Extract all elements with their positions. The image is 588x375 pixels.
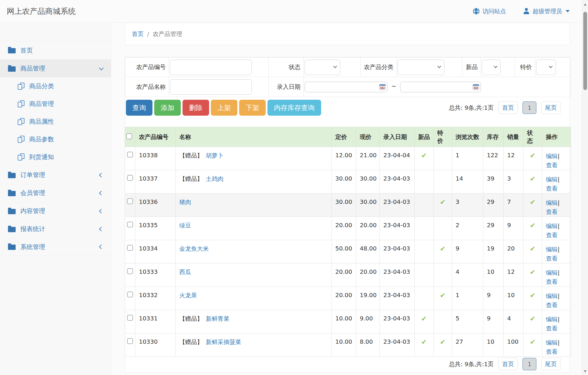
toolbar-button-内存库存查询[interactable]: 内存库存查询: [267, 100, 321, 116]
views-cell: 1: [452, 287, 483, 310]
pagination-first-button[interactable]: 首页: [498, 101, 518, 114]
stock-cell: 29: [483, 217, 504, 240]
user-icon: [523, 8, 530, 14]
scrollbar-thumb[interactable]: [583, 12, 587, 90]
product-name-link[interactable]: 新鲜青菜: [206, 315, 229, 322]
view-link[interactable]: 查看: [546, 162, 558, 169]
view-link[interactable]: 查看: [546, 348, 558, 355]
pagination-page-button[interactable]: 1: [523, 358, 536, 370]
scrollbar-down-icon[interactable]: ▼: [582, 369, 588, 373]
edit-link[interactable]: 编辑: [546, 246, 558, 253]
views-cell: 1: [452, 147, 483, 170]
visit-site-link[interactable]: 访问站点: [473, 7, 506, 15]
view-link[interactable]: 查看: [546, 325, 558, 332]
product-name-link[interactable]: 火龙果: [179, 292, 197, 299]
new-select[interactable]: [482, 60, 501, 75]
breadcrumb-home-link[interactable]: 首页: [132, 30, 144, 38]
check-icon: ✔: [530, 315, 536, 322]
product-name-link[interactable]: 胡萝卜: [206, 152, 224, 159]
row-checkbox[interactable]: [127, 315, 133, 321]
product-id-input[interactable]: [170, 60, 252, 75]
action-line: 查看: [546, 301, 567, 310]
product-name-link[interactable]: 新鲜采摘菠菜: [206, 338, 241, 345]
vertical-scrollbar[interactable]: ▲ ▼: [582, 0, 588, 375]
row-checkbox[interactable]: [127, 245, 133, 251]
pagination-last-button[interactable]: 尾页: [541, 101, 561, 114]
product-name-link[interactable]: 绿豆: [179, 222, 191, 229]
toolbar-button-删除[interactable]: 删除: [183, 100, 209, 116]
pagination-page-button[interactable]: 1: [523, 101, 536, 114]
entry-date-end-input[interactable]: [400, 82, 481, 92]
edit-link[interactable]: 编辑: [546, 292, 558, 299]
edit-link[interactable]: 编辑: [546, 199, 558, 206]
row-checkbox[interactable]: [127, 338, 133, 344]
scrollbar-up-icon[interactable]: ▲: [582, 2, 588, 6]
sidebar-item-会员管理[interactable]: 会员管理: [0, 184, 111, 202]
action-line: 查看: [546, 207, 567, 217]
sidebar-item-首页[interactable]: 首页: [0, 41, 111, 59]
edit-link[interactable]: 编辑: [546, 176, 558, 183]
sidebar-item-订单管理[interactable]: 订单管理: [0, 166, 111, 184]
pagination-first-button[interactable]: 首页: [498, 358, 518, 370]
sidebar-item-商品管理[interactable]: 商品管理: [0, 59, 111, 77]
chevron-left-icon: [99, 191, 104, 195]
sidebar-subitem-商品参数[interactable]: 商品参数: [0, 130, 111, 148]
sidebar-item-报表统计[interactable]: 报表统计: [0, 220, 111, 238]
row-checkbox[interactable]: [127, 292, 133, 297]
toolbar-button-查询[interactable]: 查询: [126, 100, 152, 116]
action-line: 查看: [546, 231, 567, 240]
toolbar-button-下架[interactable]: 下架: [239, 100, 266, 116]
select-all-checkbox[interactable]: [126, 133, 132, 139]
entry-date-cell: 23-04-03: [380, 287, 415, 310]
check-icon: ✔: [530, 152, 536, 159]
filter-form: 农产品编号 状态 农产品分类 新品 特价: [125, 57, 571, 97]
product-name-cell: 【赠品】新鲜采摘菠菜: [176, 333, 332, 357]
category-select[interactable]: [398, 60, 444, 75]
calendar-icon[interactable]: [473, 84, 479, 90]
row-checkbox[interactable]: [127, 152, 133, 158]
entry-date-start-input[interactable]: [305, 82, 387, 92]
view-link[interactable]: 查看: [546, 185, 558, 192]
view-link[interactable]: 查看: [546, 302, 558, 309]
check-icon: ✔: [440, 245, 446, 253]
product-name-link[interactable]: 金龙鱼大米: [179, 245, 209, 252]
view-link[interactable]: 查看: [546, 255, 558, 262]
special-select[interactable]: [536, 60, 556, 75]
edit-link[interactable]: 编辑: [546, 269, 558, 276]
row-checkbox[interactable]: [127, 175, 133, 181]
row-checkbox[interactable]: [127, 268, 133, 274]
product-name-link[interactable]: 土鸡肉: [206, 175, 224, 182]
view-link[interactable]: 查看: [546, 208, 558, 215]
view-link[interactable]: 查看: [546, 278, 558, 285]
edit-link[interactable]: 编辑: [546, 339, 558, 346]
action-line: 查看: [546, 324, 567, 333]
user-menu[interactable]: 超级管理员: [523, 7, 570, 15]
sidebar-subitem-商品分类[interactable]: 商品分类: [0, 77, 111, 95]
sidebar-subitem-商品属性[interactable]: 商品属性: [0, 113, 111, 130]
special-flag-cell: ✔: [434, 287, 452, 310]
pagination-last-button[interactable]: 尾页: [541, 358, 561, 370]
product-name-link[interactable]: 西瓜: [179, 268, 191, 276]
product-name-link[interactable]: 猪肉: [179, 199, 191, 206]
sidebar-subitem-商品管理[interactable]: 商品管理: [0, 95, 111, 113]
sidebar-subitem-到货通知[interactable]: 到货通知: [0, 148, 111, 166]
row-checkbox[interactable]: [127, 222, 133, 227]
edit-link[interactable]: 编辑: [546, 222, 558, 230]
sidebar-item-label: 商品管理: [20, 64, 100, 73]
sidebar-item-内容管理[interactable]: 内容管理: [0, 202, 111, 220]
date-range-separator: ~: [391, 83, 396, 90]
product-name-cell: 火龙果: [176, 287, 332, 310]
pages-icon: [18, 118, 24, 125]
toolbar-button-上架[interactable]: 上架: [211, 100, 237, 116]
view-link[interactable]: 查看: [546, 232, 558, 239]
toolbar-button-添加[interactable]: 添加: [154, 100, 181, 116]
product-name-input[interactable]: [170, 79, 252, 95]
entry-date-cell: 23-04-03: [380, 170, 415, 194]
status-select[interactable]: [305, 60, 340, 75]
edit-link[interactable]: 编辑: [546, 153, 558, 160]
row-checkbox[interactable]: [127, 198, 133, 204]
current-price-cell: 30.00: [356, 170, 380, 194]
sidebar-item-系统管理[interactable]: 系统管理: [0, 238, 111, 256]
edit-link[interactable]: 编辑: [546, 316, 558, 323]
calendar-icon[interactable]: [379, 84, 386, 90]
